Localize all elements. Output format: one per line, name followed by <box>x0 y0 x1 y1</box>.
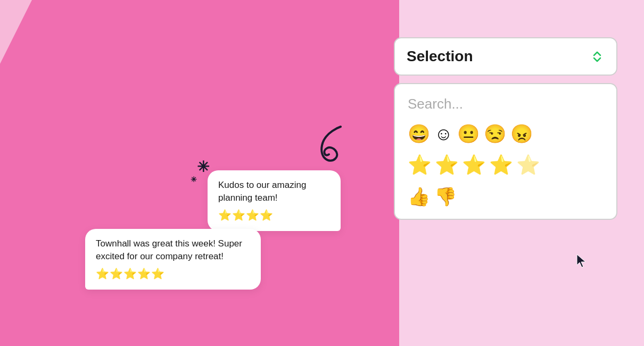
emoji-face-smile[interactable]: ☺️ <box>434 123 453 144</box>
chat-bubble-upper-stars: ⭐⭐⭐⭐ <box>218 208 330 223</box>
thumbs-down[interactable]: 👎 <box>434 186 457 207</box>
curl-decoration <box>309 121 351 169</box>
emoji-row-stars: ⭐ ⭐ ⭐ ⭐ ⭐ <box>408 154 604 176</box>
search-panel: Search... 😄 ☺️ 😐 😒 😠 ⭐ ⭐ ⭐ ⭐ ⭐ 👍 👎 <box>394 83 617 220</box>
thumbs-up[interactable]: 👍 <box>408 186 430 207</box>
emoji-face-happy[interactable]: 😄 <box>408 123 430 144</box>
selection-label: Selection <box>407 48 473 65</box>
emoji-face-disappoint[interactable]: 😒 <box>484 123 506 144</box>
star-3[interactable]: ⭐ <box>462 154 486 176</box>
cursor-icon <box>576 253 587 267</box>
star-2[interactable]: ⭐ <box>435 154 459 176</box>
chat-bubble-lower-stars: ⭐⭐⭐⭐⭐ <box>96 266 250 281</box>
emoji-face-neutral[interactable]: 😐 <box>457 123 480 144</box>
search-placeholder[interactable]: Search... <box>408 96 604 112</box>
chevron-updown-icon <box>590 49 605 64</box>
chat-bubble-upper: Kudos to our amazing planning team! ⭐⭐⭐⭐ <box>208 170 341 231</box>
main-scene: ✳ ✳ Kudos to our amazing planning team! … <box>0 0 644 346</box>
star-4[interactable]: ⭐ <box>489 154 513 176</box>
emoji-row-thumbs: 👍 👎 <box>408 186 604 207</box>
selection-dropdown[interactable]: Selection <box>394 37 617 76</box>
emoji-face-angry[interactable]: 😠 <box>510 123 533 144</box>
svg-marker-2 <box>577 254 585 267</box>
star-5[interactable]: ⭐ <box>516 154 540 176</box>
asterisk-large-icon: ✳ <box>197 160 209 175</box>
right-panel: Selection Search... 😄 ☺️ 😐 😒 😠 ⭐ <box>394 37 617 220</box>
chat-bubble-lower: Townhall was great this week! Super exci… <box>85 229 261 290</box>
asterisk-small-icon: ✳ <box>191 176 197 183</box>
chat-bubble-lower-text: Townhall was great this week! Super exci… <box>96 238 242 261</box>
chat-bubble-upper-text: Kudos to our amazing planning team! <box>218 180 306 203</box>
star-1[interactable]: ⭐ <box>408 154 432 176</box>
emoji-row-faces: 😄 ☺️ 😐 😒 😠 <box>408 123 604 144</box>
